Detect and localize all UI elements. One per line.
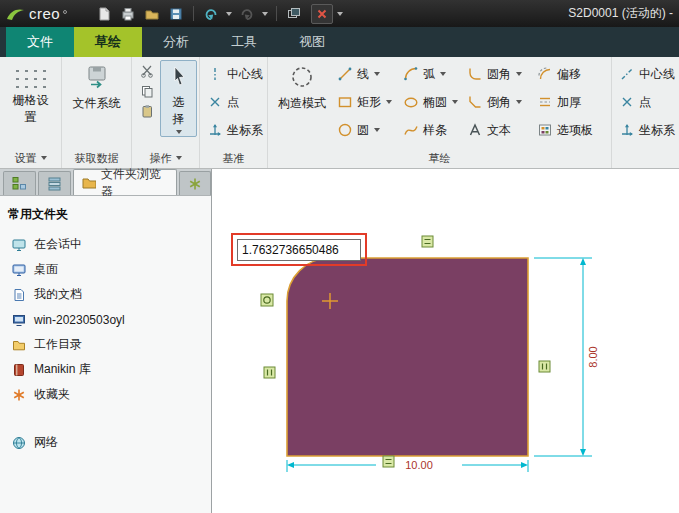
tool-offset-button[interactable]: 偏移 (532, 60, 602, 88)
dimension-edit-input[interactable]: 1.7632736650486 (237, 239, 361, 261)
dropdown-caret-icon (176, 156, 182, 160)
new-file-button[interactable] (93, 4, 115, 24)
rectangle-icon (336, 94, 353, 111)
height-dimension[interactable]: 8.00 (534, 258, 599, 456)
tool-text-button[interactable]: 文本 (462, 116, 532, 144)
bottom-handle[interactable] (383, 456, 394, 467)
tangency-constraint-handle[interactable] (261, 294, 273, 306)
settings-menu-button[interactable]: 设置 (0, 148, 61, 168)
height-dimension-value[interactable]: 8.00 (587, 346, 599, 367)
tool-thicken-button[interactable]: 加厚 (532, 88, 602, 116)
tool-centerline-button[interactable]: 中心线 (614, 60, 679, 88)
undo-caret-icon[interactable] (226, 12, 232, 16)
folder-item-in-session[interactable]: 在会话中 (0, 232, 211, 257)
datum-point-button[interactable]: 点 (202, 88, 267, 116)
sketch-graphics: 8.00 10.00 (212, 169, 679, 513)
tool-spline-button[interactable]: 样条 (398, 116, 462, 144)
dropdown-caret-icon[interactable] (452, 100, 458, 104)
datum-centerline-button[interactable]: 中心线 (202, 60, 267, 88)
ribbon-group-sketch-datum: 中心线 点 坐标系 (612, 57, 679, 168)
window-switch-button[interactable] (283, 4, 305, 24)
folder-item-manikin-library[interactable]: Manikin 库 (0, 357, 211, 382)
tool-line-button[interactable]: 线 (332, 60, 398, 88)
titlebar: creo S2D0001 (活动的) - (0, 0, 679, 27)
folder-item-my-documents[interactable]: 我的文档 (0, 282, 211, 307)
tool-palette-button[interactable]: 选项板 (532, 116, 602, 144)
close-window-button[interactable] (311, 4, 333, 24)
library-book-icon (12, 363, 26, 377)
file-system-button[interactable]: 文件系统 (67, 60, 127, 114)
redo-caret-icon[interactable] (262, 12, 268, 16)
tool-ellipse-button[interactable]: 椭圆 (398, 88, 462, 116)
folder-item-desktop[interactable]: 桌面 (0, 257, 211, 282)
model-tree-tab[interactable] (3, 171, 36, 195)
tool-fillet-button[interactable]: 圆角 (462, 60, 532, 88)
favorites-asterisk-icon (188, 177, 202, 191)
print-button[interactable] (117, 4, 139, 24)
dropdown-caret-icon[interactable] (516, 72, 522, 76)
dropdown-caret-icon[interactable] (516, 100, 522, 104)
select-button[interactable]: 选择 (160, 60, 197, 137)
copy-button[interactable] (137, 82, 157, 99)
dropdown-caret-icon[interactable] (374, 128, 380, 132)
folder-item-network[interactable]: 网络 (0, 430, 211, 455)
tool-csys-button[interactable]: 坐标系 (614, 116, 679, 144)
top-handle[interactable] (422, 236, 433, 247)
creo-logo: creo (6, 5, 67, 22)
left-handle[interactable] (264, 367, 275, 378)
tool-rectangle-button[interactable]: 矩形 (332, 88, 398, 116)
text-icon (466, 122, 483, 139)
select-caret-icon[interactable] (176, 130, 182, 134)
construction-mode-button[interactable]: 构造模式 (272, 60, 332, 114)
grid-dots-icon (11, 64, 51, 90)
tab-tools[interactable]: 工具 (210, 27, 278, 57)
tool-arc-button[interactable]: 弧 (398, 60, 462, 88)
centerline-icon (206, 66, 223, 83)
toolbar-options-caret-icon[interactable] (337, 12, 343, 16)
sketch-section-shape[interactable] (287, 258, 528, 456)
width-dimension[interactable]: 10.00 (287, 459, 528, 472)
datum-csys-button[interactable]: 坐标系 (202, 116, 267, 144)
folder-browser-panel: 常用文件夹 在会话中 桌面 我的文档 win-20230503oyl (0, 196, 211, 513)
clipboard-buttons (134, 60, 160, 121)
toolbar-separator (193, 6, 194, 21)
point-icon (206, 94, 223, 111)
open-file-button[interactable] (141, 4, 163, 24)
dropdown-caret-icon[interactable] (386, 100, 392, 104)
dropdown-caret-icon[interactable] (374, 72, 380, 76)
network-globe-icon (12, 436, 26, 450)
fillet-icon (466, 66, 483, 83)
quick-access-toolbar (93, 4, 345, 24)
layer-tree-tab[interactable] (38, 171, 71, 195)
folder-browser-tab[interactable]: 文件夹浏览器 (73, 169, 177, 195)
redo-button[interactable] (236, 4, 258, 24)
desktop-icon (12, 263, 26, 277)
save-button[interactable] (165, 4, 187, 24)
ribbon-group-filesystem: 文件系统 获取数据 (62, 57, 132, 168)
creo-window: creo S2D0001 (活动的) - 文件 草绘 分析 工具 视图 (0, 0, 679, 513)
grid-settings-button[interactable]: 栅格设置 (2, 60, 59, 128)
favorites-tab[interactable] (179, 171, 211, 195)
folder-item-computer[interactable]: win-20230503oyl (0, 307, 211, 332)
folder-item-favorites[interactable]: 收藏夹 (0, 382, 211, 407)
dropdown-caret-icon[interactable] (440, 72, 446, 76)
folder-item-working-directory[interactable]: 工作目录 (0, 332, 211, 357)
tab-sketch[interactable]: 草绘 (74, 27, 142, 57)
tool-chamfer-button[interactable]: 倒角 (462, 88, 532, 116)
ribbon-group-operations: 选择 操作 (132, 57, 200, 168)
tab-analysis[interactable]: 分析 (142, 27, 210, 57)
tool-circle-button[interactable]: 圆 (332, 116, 398, 144)
tab-view[interactable]: 视图 (278, 27, 346, 57)
dropdown-caret-icon (41, 156, 47, 160)
sketch-canvas[interactable]: 8.00 10.00 (212, 169, 679, 513)
width-dimension-value[interactable]: 10.00 (405, 459, 433, 471)
tool-point-button[interactable]: 点 (614, 88, 679, 116)
palette-icon (536, 122, 553, 139)
coordinate-system-icon (206, 122, 223, 139)
undo-button[interactable] (200, 4, 222, 24)
tab-file[interactable]: 文件 (6, 27, 74, 57)
paste-button[interactable] (137, 102, 157, 119)
right-handle[interactable] (539, 361, 550, 372)
select-cursor-icon (169, 65, 189, 92)
cut-button[interactable] (137, 62, 157, 79)
